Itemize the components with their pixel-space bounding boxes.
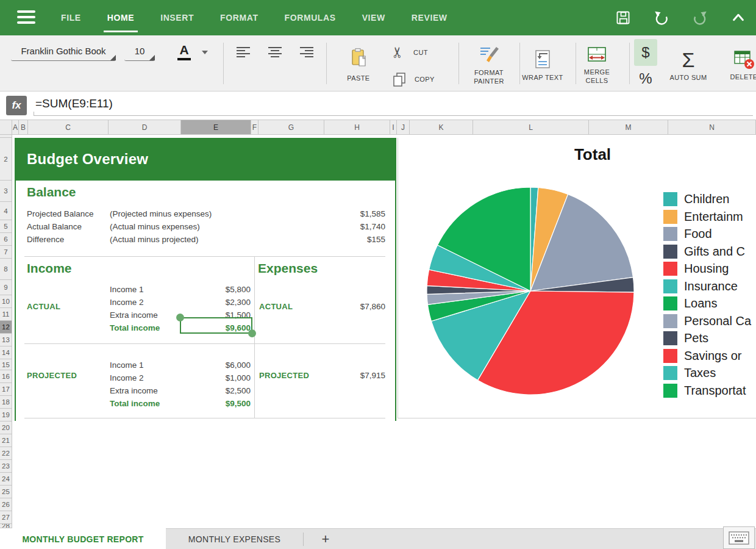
legend-item-pets[interactable]: Pets bbox=[663, 331, 751, 345]
row-header-3[interactable]: 3 bbox=[0, 181, 12, 202]
column-header-a[interactable]: A bbox=[12, 120, 19, 134]
merge-cells-button[interactable]: MERGE CELLS bbox=[569, 40, 624, 89]
selection-handle-bottom-right[interactable] bbox=[248, 329, 256, 337]
legend-item-entertainm[interactable]: Entertainm bbox=[663, 210, 751, 224]
auto-sum-button[interactable]: Σ AUTO SUM bbox=[665, 40, 712, 89]
sheet-canvas[interactable]: Budget Overview Balance Projected Balanc… bbox=[13, 135, 756, 528]
row-header-18[interactable]: 18 bbox=[0, 396, 12, 409]
row-header-14[interactable]: 14 bbox=[0, 346, 12, 359]
income-projected-label[interactable]: PROJECTED bbox=[27, 371, 77, 380]
keyboard-toggle-button[interactable] bbox=[723, 526, 755, 549]
legend-item-loans[interactable]: Loans bbox=[663, 296, 751, 310]
row-header-26[interactable]: 26 bbox=[0, 498, 12, 511]
row-header-19[interactable]: 19 bbox=[0, 409, 12, 422]
select-all-stub[interactable] bbox=[0, 120, 12, 134]
column-header-j[interactable]: J bbox=[397, 120, 410, 134]
column-header-h[interactable]: H bbox=[324, 120, 390, 134]
collapse-toolbar-button[interactable] bbox=[729, 9, 747, 27]
align-center-button[interactable] bbox=[262, 41, 288, 63]
row-header-12[interactable]: 12 bbox=[0, 321, 12, 334]
save-button[interactable] bbox=[614, 9, 632, 27]
legend-item-taxes[interactable]: Taxes bbox=[663, 366, 751, 380]
column-header-n[interactable]: N bbox=[668, 120, 756, 134]
row-header-20[interactable]: 20 bbox=[0, 422, 12, 434]
pie-chart[interactable] bbox=[426, 186, 635, 396]
row-header-22[interactable]: 22 bbox=[0, 447, 12, 460]
formula-input[interactable]: =SUM(E9:E11) bbox=[35, 97, 113, 110]
wrap-text-button[interactable]: WRAP TEXT bbox=[513, 40, 572, 89]
row-header-17[interactable]: 17 bbox=[0, 383, 12, 396]
income-row[interactable]: Total income$9,500 bbox=[110, 398, 252, 411]
column-header-g[interactable]: G bbox=[259, 120, 324, 134]
row-header-13[interactable]: 13 bbox=[0, 334, 12, 346]
legend-item-insurance[interactable]: Insurance bbox=[663, 279, 751, 293]
font-name-select[interactable]: Franklin Gothic Book bbox=[11, 41, 116, 61]
row-header-25[interactable]: 25 bbox=[0, 486, 12, 498]
expenses-actual-value[interactable]: $7,860 bbox=[299, 302, 385, 311]
hamburger-menu-icon[interactable] bbox=[17, 10, 35, 27]
expenses-actual-label[interactable]: ACTUAL bbox=[259, 302, 293, 311]
fx-button[interactable]: fx bbox=[6, 96, 27, 115]
row-header-23[interactable]: 23 bbox=[0, 460, 12, 473]
row-header-7[interactable]: 7 bbox=[0, 246, 12, 259]
balance-row[interactable]: Projected Balance(Projected minus expens… bbox=[27, 208, 385, 221]
income-row[interactable]: Income 1$6,000 bbox=[110, 359, 252, 372]
row-header-6[interactable]: 6 bbox=[0, 233, 12, 246]
row-header-27[interactable]: 27 bbox=[0, 511, 12, 524]
row-header-21[interactable]: 21 bbox=[0, 434, 12, 447]
column-header-k[interactable]: K bbox=[410, 120, 473, 134]
row-header-9[interactable]: 9 bbox=[0, 280, 12, 295]
cut-button[interactable]: ✂ CUT bbox=[391, 43, 450, 62]
row-header-10[interactable]: 10 bbox=[0, 295, 12, 308]
redo-button[interactable] bbox=[691, 9, 709, 27]
chart-title[interactable]: Total bbox=[526, 145, 660, 164]
menu-item-home[interactable]: HOME bbox=[107, 0, 134, 35]
column-header-c[interactable]: C bbox=[28, 120, 109, 134]
menu-item-review[interactable]: REVIEW bbox=[412, 0, 448, 35]
income-row[interactable]: Income 1$5,800 bbox=[110, 284, 252, 296]
menu-item-format[interactable]: FORMAT bbox=[220, 0, 258, 35]
currency-format-button[interactable]: $ bbox=[634, 39, 657, 66]
column-header-d[interactable]: D bbox=[109, 120, 181, 134]
add-sheet-button[interactable]: + bbox=[308, 529, 343, 549]
income-row[interactable]: Income 2$2,300 bbox=[110, 296, 252, 309]
legend-item-gifts-and-c[interactable]: Gifts and C bbox=[663, 245, 751, 259]
undo-button[interactable] bbox=[652, 9, 671, 27]
align-right-button[interactable] bbox=[294, 41, 319, 63]
paste-button[interactable]: PASTE bbox=[337, 40, 380, 88]
menu-item-insert[interactable]: INSERT bbox=[160, 0, 194, 35]
balance-row[interactable]: Actual Balance(Actual minus expenses)$1,… bbox=[27, 221, 385, 234]
row-header-2[interactable]: 2 bbox=[0, 138, 12, 181]
selection-handle-top-left[interactable] bbox=[176, 314, 184, 321]
budget-overview-banner[interactable]: Budget Overview bbox=[15, 138, 396, 181]
sheet-tab-monthly-budget-report[interactable]: MONTHLY BUDGET REPORT bbox=[0, 528, 166, 549]
balance-heading[interactable]: Balance bbox=[27, 185, 76, 199]
row-header-11[interactable]: 11 bbox=[0, 308, 12, 321]
balance-row[interactable]: Difference(Actual minus projected)$155 bbox=[27, 234, 385, 246]
expenses-heading[interactable]: Expenses bbox=[258, 261, 318, 276]
legend-item-children[interactable]: Children bbox=[663, 192, 751, 206]
align-left-button[interactable] bbox=[230, 41, 256, 63]
row-header-28[interactable]: 28 bbox=[0, 524, 12, 528]
expenses-projected-value[interactable]: $7,915 bbox=[299, 371, 385, 380]
column-header-f[interactable]: F bbox=[251, 120, 259, 134]
row-header-15[interactable]: 15 bbox=[0, 359, 12, 370]
column-header-l[interactable]: L bbox=[473, 120, 589, 134]
cell-selection-marquee[interactable] bbox=[180, 317, 252, 334]
income-row[interactable]: Income 2$1,000 bbox=[110, 372, 252, 385]
row-header-4[interactable]: 4 bbox=[0, 202, 12, 220]
row-header-8[interactable]: 8 bbox=[0, 259, 12, 280]
legend-item-personal-ca[interactable]: Personal Ca bbox=[663, 314, 751, 328]
income-row[interactable]: Extra income$2,500 bbox=[110, 385, 252, 398]
menu-item-view[interactable]: VIEW bbox=[362, 0, 385, 35]
menu-item-file[interactable]: FILE bbox=[61, 0, 81, 35]
menu-item-formulas[interactable]: FORMULAS bbox=[285, 0, 336, 35]
legend-item-savings-or[interactable]: Savings or bbox=[663, 349, 751, 363]
row-header-16[interactable]: 16 bbox=[0, 370, 12, 383]
column-header-i[interactable]: I bbox=[390, 120, 397, 134]
font-size-select[interactable]: 10 bbox=[124, 41, 155, 61]
legend-item-housing[interactable]: Housing bbox=[663, 262, 751, 276]
income-heading[interactable]: Income bbox=[27, 261, 72, 276]
format-painter-button[interactable]: FORMAT PAINTER bbox=[465, 40, 513, 89]
row-header-24[interactable]: 24 bbox=[0, 473, 12, 486]
